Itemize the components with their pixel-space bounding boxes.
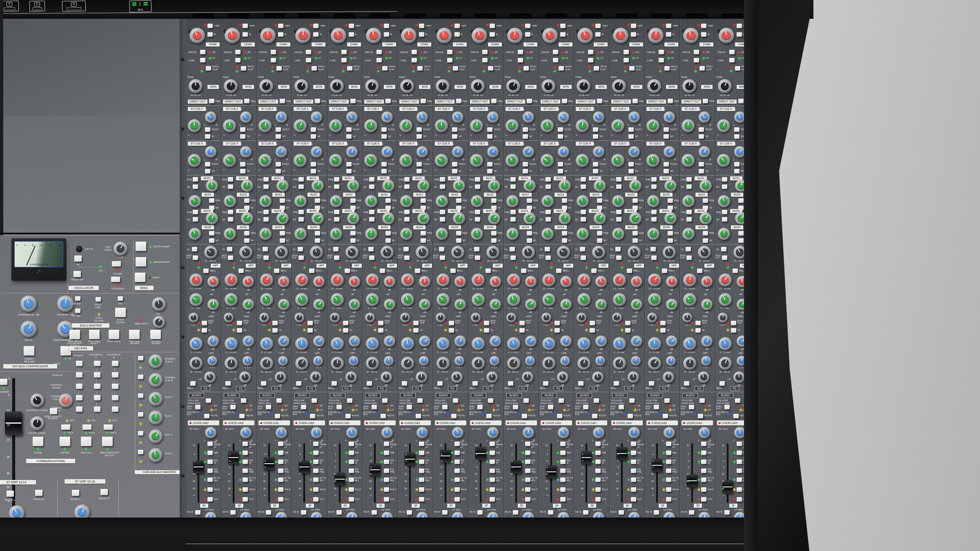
st-cue-b-post-button[interactable]: [205, 162, 210, 167]
aux1-sf-button[interactable]: [298, 184, 304, 189]
st-cue-a-sf-button[interactable]: [381, 134, 387, 139]
st-cue-a-post-button[interactable]: [487, 127, 492, 132]
st-cue-b-level-knob[interactable]: [329, 154, 342, 167]
lf-ins-in-button[interactable]: [724, 510, 730, 515]
hmf-freq-knob[interactable]: [331, 293, 344, 306]
hmf-freq-knob[interactable]: [295, 293, 308, 306]
talk-button[interactable]: [104, 424, 113, 430]
aux2-pre-button[interactable]: [315, 198, 320, 203]
monitor-button[interactable]: [76, 407, 82, 412]
aux3-sf-button[interactable]: [686, 217, 692, 222]
eq-in-button[interactable]: [343, 328, 348, 333]
aux2-level-knob[interactable]: [436, 195, 448, 207]
hf-bell-button[interactable]: [521, 269, 526, 273]
st-cue-a-post-button[interactable]: [699, 127, 704, 132]
line-button[interactable]: [306, 58, 311, 62]
st-cue-a-sf-button[interactable]: [558, 134, 563, 139]
st-cue-a-level-knob[interactable]: [294, 119, 307, 132]
ins-in-button[interactable]: [278, 460, 283, 464]
st-cue-b-pan-knob[interactable]: [558, 146, 569, 158]
hf-gain-knob[interactable]: [666, 276, 677, 287]
hf-gain-knob[interactable]: [384, 276, 395, 287]
solo-button[interactable]: [243, 487, 248, 492]
hmf-freq-knob[interactable]: [719, 293, 732, 306]
sf-to-mix-button[interactable]: [631, 478, 636, 482]
gain-knob[interactable]: [366, 28, 381, 43]
cut-button[interactable]: [349, 497, 354, 502]
monitor-button[interactable]: [94, 384, 100, 389]
aux2-pre-button[interactable]: [280, 198, 285, 203]
aux3-level-knob[interactable]: [453, 212, 465, 224]
gain-knob[interactable]: [472, 28, 487, 43]
solo-button[interactable]: [737, 487, 742, 492]
eq-in-button[interactable]: [413, 328, 419, 333]
eq-in-button[interactable]: [660, 328, 666, 333]
solo-button[interactable]: [490, 487, 495, 492]
line-button[interactable]: [341, 58, 347, 62]
path-flip-button[interactable]: [404, 256, 410, 260]
path-flip-button[interactable]: [686, 256, 692, 260]
phase-button[interactable]: [737, 32, 742, 37]
ins-pre-button[interactable]: [666, 469, 671, 473]
hf-freq-knob[interactable]: [331, 273, 344, 287]
hpf-in-button[interactable]: [333, 247, 339, 251]
hf-bell-button[interactable]: [662, 269, 667, 273]
zero-db-button[interactable]: [313, 451, 318, 455]
grp-a-mono-r-button[interactable]: [35, 490, 42, 496]
solo-button[interactable]: [207, 487, 213, 492]
path-flip-button[interactable]: [276, 66, 282, 71]
aux4-pre-button[interactable]: [315, 231, 320, 236]
solo-button[interactable]: [313, 487, 318, 492]
lf-ins-in-button[interactable]: [230, 510, 236, 515]
hpf-knob[interactable]: [204, 246, 217, 259]
trim-knob[interactable]: [577, 79, 590, 93]
line-button[interactable]: [376, 58, 382, 62]
phantom-48v-button[interactable]: [384, 24, 389, 28]
sf-pan-knob[interactable]: [276, 427, 287, 438]
sf-pan-knob[interactable]: [699, 427, 710, 438]
st-cue-a-post-button[interactable]: [664, 127, 669, 132]
aux1-pre-button[interactable]: [263, 177, 269, 182]
buses-path-flip-button[interactable]: [583, 405, 588, 409]
ins-in-button[interactable]: [490, 460, 495, 464]
aux4-pre-button[interactable]: [562, 231, 567, 236]
aux1-pre-button[interactable]: [722, 177, 727, 182]
aux1-pre-button[interactable]: [686, 177, 692, 182]
aux2-pre-button[interactable]: [668, 198, 673, 203]
aux3-pre-button[interactable]: [546, 210, 551, 214]
hpf-in-button[interactable]: [403, 247, 409, 251]
sf-from-lf-button[interactable]: [349, 442, 354, 446]
cut-button[interactable]: [666, 497, 671, 502]
aux3-level-knob[interactable]: [347, 212, 359, 224]
ins-in-button[interactable]: [419, 460, 424, 464]
follow-path-pan-button[interactable]: [735, 398, 740, 403]
path-flip-button[interactable]: [722, 256, 727, 260]
aux2-pre-button[interactable]: [527, 198, 532, 203]
solo-button[interactable]: [419, 487, 424, 492]
hf-freq-knob[interactable]: [401, 273, 414, 287]
route-button[interactable]: [486, 414, 492, 418]
drive-button[interactable]: [341, 50, 347, 54]
aux4-sf-button[interactable]: [597, 238, 602, 243]
aux4-pre-button[interactable]: [385, 231, 391, 236]
lf-bell-button[interactable]: [472, 381, 478, 386]
ins-pre-button[interactable]: [595, 469, 601, 473]
zero-db-button[interactable]: [737, 451, 742, 455]
sf-to-mix-button[interactable]: [737, 478, 742, 482]
aux1-sf-button[interactable]: [546, 184, 551, 189]
stereo-cue-b-master-knob[interactable]: [149, 373, 163, 387]
lmf-gain-knob[interactable]: [454, 335, 466, 347]
ins-pre-button[interactable]: [419, 469, 424, 473]
gain-knob[interactable]: [648, 28, 664, 43]
buses-path-flip-button[interactable]: [654, 405, 659, 409]
zero-db-button[interactable]: [595, 451, 601, 455]
hmf-q-knob[interactable]: [259, 313, 269, 322]
eq-in-button[interactable]: [590, 328, 595, 333]
solo-button[interactable]: [278, 487, 283, 492]
hpf-in-button[interactable]: [298, 247, 303, 251]
path-flip-button[interactable]: [510, 256, 516, 260]
eq-in-button[interactable]: [307, 328, 313, 333]
ins-pre-button[interactable]: [313, 469, 318, 473]
path-flip-button[interactable]: [629, 66, 635, 71]
st-cue-a-sf-button[interactable]: [240, 134, 245, 139]
